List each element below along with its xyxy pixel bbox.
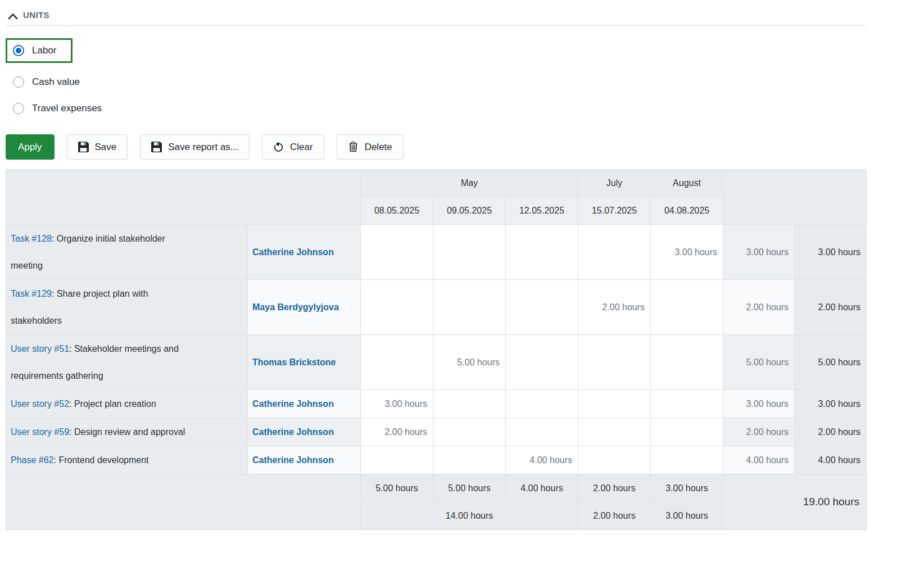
save-report-as-button[interactable]: Save report as... xyxy=(140,134,250,160)
delete-button[interactable]: Delete xyxy=(337,134,404,160)
work-package-link[interactable]: Task #129 xyxy=(11,289,52,298)
grand-total-cell: 19.00 hours xyxy=(723,474,867,530)
row-subtotal-cell: 4.00 hours xyxy=(723,446,795,474)
row-subtotal-cell: 3.00 hours xyxy=(723,390,795,418)
daily-total-cell: 5.00 hours xyxy=(433,474,506,502)
table-row: User story #51: Stakeholder meetings and… xyxy=(6,335,867,390)
radio-label-labor: Labor xyxy=(32,45,56,56)
save-button[interactable]: Save xyxy=(67,134,128,160)
hours-cell xyxy=(651,280,723,335)
floppy-icon xyxy=(151,142,162,152)
person-cell: Catherine Johnson xyxy=(248,446,361,474)
footer-corner-cell xyxy=(6,474,361,530)
date-column-header: 12.05.2025 xyxy=(506,197,578,225)
work-package-link[interactable]: User story #59 xyxy=(11,427,69,437)
hours-cell xyxy=(578,390,651,418)
work-package-link[interactable]: Task #128 xyxy=(11,234,52,243)
hours-cell xyxy=(433,225,506,280)
radio-option-labor[interactable]: Labor xyxy=(6,38,73,63)
daily-total-cell: 4.00 hours xyxy=(506,474,578,502)
save-report-as-button-label: Save report as... xyxy=(168,142,238,153)
chevron-up-icon xyxy=(8,12,18,19)
units-section-header[interactable]: UNITS xyxy=(6,8,866,26)
hours-cell xyxy=(651,390,723,418)
work-package-link[interactable]: User story #52 xyxy=(11,399,69,409)
hours-cell xyxy=(578,335,651,390)
task-cell: User story #52: Project plan creation xyxy=(6,390,248,418)
work-package-link[interactable]: Phase #62 xyxy=(11,455,54,465)
task-cell: Task #129: Share project plan withstakeh… xyxy=(6,280,248,335)
hours-cell xyxy=(361,446,433,474)
period-total-cell-may: 14.00 hours xyxy=(361,502,578,530)
row-subtotal-cell: 2.00 hours xyxy=(723,280,795,335)
table-row: Phase #62: Frontend development Catherin… xyxy=(6,446,867,474)
hours-cell xyxy=(506,225,578,280)
delete-button-label: Delete xyxy=(365,142,392,153)
trash-icon xyxy=(348,142,359,152)
task-description: : Design review and approval xyxy=(69,427,185,437)
hours-cell xyxy=(361,225,433,280)
person-link[interactable]: Catherine Johnson xyxy=(252,247,334,257)
daily-total-cell: 3.00 hours xyxy=(651,474,723,502)
table-row: Task #128: Organize initial stakeholderm… xyxy=(6,225,867,280)
task-description-line2: meeting xyxy=(11,252,235,279)
hours-cell xyxy=(578,446,651,474)
person-link[interactable]: Catherine Johnson xyxy=(252,399,334,409)
work-package-link[interactable]: User story #51 xyxy=(11,344,69,354)
table-row: Task #129: Share project plan withstakeh… xyxy=(6,280,867,335)
radio-selected-icon xyxy=(13,45,24,56)
row-subtotal-cell: 2.00 hours xyxy=(723,418,795,446)
hours-cell: 3.00 hours xyxy=(651,225,723,280)
table-row: User story #59: Design review and approv… xyxy=(6,418,867,446)
radio-option-travel-expenses[interactable]: Travel expenses xyxy=(6,103,866,114)
task-cell: Phase #62: Frontend development xyxy=(6,446,248,474)
hours-cell xyxy=(651,418,723,446)
clear-button[interactable]: Clear xyxy=(262,134,324,160)
row-total-cell: 3.00 hours xyxy=(795,390,867,418)
task-cell: User story #59: Design review and approv… xyxy=(6,418,248,446)
date-column-header: 08.05.2025 xyxy=(361,197,433,225)
person-cell: Maya Berdygylyjova xyxy=(248,280,361,335)
hours-cell: 3.00 hours xyxy=(361,390,433,418)
task-description: : Share project plan with xyxy=(52,289,148,298)
task-description: : Organize initial stakeholder xyxy=(52,234,165,243)
row-total-cell: 2.00 hours xyxy=(795,418,867,446)
hours-cell xyxy=(506,390,578,418)
month-group-header-july: July xyxy=(578,170,651,197)
person-cell: Thomas Brickstone xyxy=(248,335,361,390)
radio-option-cash-value[interactable]: Cash value xyxy=(6,76,866,88)
hours-cell xyxy=(433,280,506,335)
apply-button[interactable]: Apply xyxy=(6,134,55,160)
hours-cell xyxy=(506,418,578,446)
header-right-corner-cell xyxy=(723,170,867,225)
person-link[interactable]: Thomas Brickstone xyxy=(252,357,336,367)
save-button-label: Save xyxy=(95,142,117,153)
task-cell: Task #128: Organize initial stakeholderm… xyxy=(6,225,248,280)
hours-cell: 4.00 hours xyxy=(506,446,578,474)
hours-cell xyxy=(578,225,651,280)
hours-cell xyxy=(361,335,433,390)
date-column-header: 04.08.2025 xyxy=(651,197,723,225)
hours-cell xyxy=(506,335,578,390)
hours-cell xyxy=(433,390,506,418)
table-row: User story #52: Project plan creation Ca… xyxy=(6,390,867,418)
period-total-cell-july: 2.00 hours xyxy=(578,502,651,530)
floppy-icon xyxy=(78,142,89,152)
row-subtotal-cell: 3.00 hours xyxy=(723,225,795,280)
report-table: May July August 08.05.2025 09.05.2025 12… xyxy=(6,169,867,530)
row-total-cell: 5.00 hours xyxy=(795,335,867,390)
date-column-header: 09.05.2025 xyxy=(433,197,506,225)
date-column-header: 15.07.2025 xyxy=(578,197,651,225)
task-description: : Frontend development xyxy=(54,455,149,465)
units-radio-group: Labor Cash value Travel expenses xyxy=(6,38,866,114)
radio-label-cash-value: Cash value xyxy=(32,76,80,88)
daily-totals-row: 5.00 hours 5.00 hours 4.00 hours 2.00 ho… xyxy=(6,474,867,502)
radio-unselected-icon xyxy=(13,103,24,114)
person-link[interactable]: Catherine Johnson xyxy=(252,455,334,465)
hours-cell xyxy=(506,280,578,335)
hours-cell xyxy=(433,418,506,446)
person-link[interactable]: Catherine Johnson xyxy=(252,427,334,437)
hours-cell xyxy=(433,446,506,474)
person-link[interactable]: Maya Berdygylyjova xyxy=(252,302,339,312)
header-corner-cell xyxy=(6,170,361,225)
